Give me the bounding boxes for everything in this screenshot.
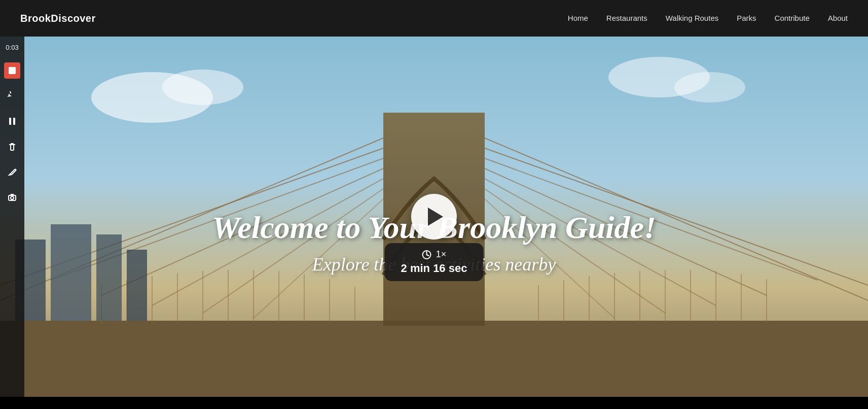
nav-links: HomeRestaurantsWalking RoutesParksContri… [568,14,848,23]
toolbar-timestamp: 0:03 [6,44,18,51]
svg-rect-46 [9,67,16,74]
site-logo[interactable]: BrookDiscover [20,13,96,24]
pen-button[interactable] [4,164,20,180]
speed-duration: 2 min 16 sec [401,262,467,275]
svg-rect-5 [0,321,868,397]
speed-value: 1× [436,249,447,260]
nav-link-restaurants[interactable]: Restaurants [606,14,647,22]
play-button[interactable] [411,194,457,240]
nav-link-walking-routes[interactable]: Walking Routes [666,14,719,22]
svg-rect-48 [13,118,15,125]
record-button[interactable] [4,62,20,79]
svg-point-50 [11,196,14,199]
nav-link-home[interactable]: Home [568,14,588,22]
play-icon [428,208,443,226]
speed-clock-icon [422,250,432,260]
nav-link-contribute[interactable]: Contribute [775,14,810,22]
delete-button[interactable] [4,139,20,155]
svg-rect-47 [9,118,11,125]
hero-section: 0:03 [0,37,868,397]
svg-line-53 [427,255,429,256]
svg-point-2 [162,70,243,105]
pause-button[interactable] [4,113,20,129]
speed-line: 1× [401,249,467,260]
undo-button[interactable] [4,88,20,104]
left-toolbar: 0:03 [0,37,24,397]
nav-link-about[interactable]: About [828,14,848,22]
camera-button[interactable] [4,189,20,206]
svg-point-4 [674,72,745,103]
speed-popup: 1× 2 min 16 sec [385,243,484,281]
nav-link-parks[interactable]: Parks [737,14,756,22]
navbar: BrookDiscover HomeRestaurantsWalking Rou… [0,0,868,37]
